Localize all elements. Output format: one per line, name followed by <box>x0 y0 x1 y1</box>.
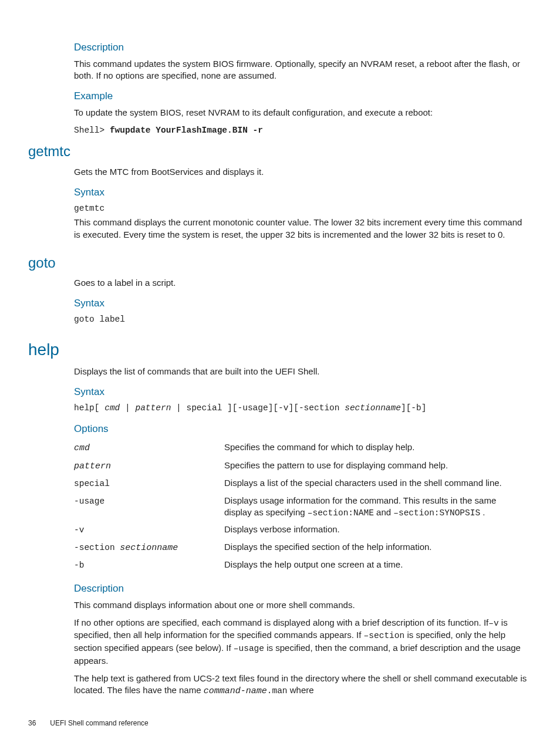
help-desc-p2: If no other options are specified, each … <box>74 617 527 667</box>
help-lead: Displays the list of commands that are b… <box>74 366 527 377</box>
table-row: cmd Specifies the command for which to d… <box>74 439 527 457</box>
opt-val: Displays verbose information. <box>224 521 527 539</box>
help-desc-p3: The help text is gathered from UCS-2 tex… <box>74 673 527 698</box>
help-syntax-body: help[ cmd | pattern | special ][-usage][… <box>74 403 527 414</box>
opt-val: Displays a list of the special character… <box>224 475 527 492</box>
heading-example: Example <box>28 90 532 103</box>
opt-key: -section <box>74 543 120 552</box>
opt-key: pattern <box>74 461 111 471</box>
help-syntax: help[ cmd | pattern | special ][-usage][… <box>74 403 527 414</box>
heading-goto: goto <box>28 254 532 272</box>
fwupdate-example-body: To update the system BIOS, reset NVRAM t… <box>74 107 527 136</box>
getmtc-syntax-body: getmtc This command displays the current… <box>74 203 527 241</box>
opt-key: -v <box>74 525 84 535</box>
opt-key: -usage <box>74 497 104 506</box>
help-options-body: cmd Specifies the command for which to d… <box>74 439 527 573</box>
opt-key: -b <box>74 561 84 570</box>
shell-cmd: fwupdate YourFlashImage.BIN -r <box>110 126 263 135</box>
help-description-body: This command displays information about … <box>74 599 527 698</box>
heading-syntax-help: Syntax <box>28 386 532 399</box>
opt-key: special <box>74 479 110 488</box>
heading-description: Description <box>28 41 532 55</box>
goto-lead: Goes to a label in a script. <box>74 277 527 289</box>
opt-val: Specifies the command for which to displ… <box>224 439 527 457</box>
fwupdate-description-body: This command updates the system BIOS fir… <box>74 58 527 82</box>
table-row: -b Displays the help output one screen a… <box>74 556 527 574</box>
help-body: Displays the list of commands that are b… <box>74 366 527 377</box>
opt-val: Displays usage information for the comma… <box>224 492 527 522</box>
page-number: 36 <box>28 718 48 728</box>
getmtc-body: Gets the MTC from BootServices and displ… <box>74 166 527 178</box>
help-desc-p1: This command displays information about … <box>74 599 527 611</box>
fwupdate-description-text: This command updates the system BIOS fir… <box>74 58 527 82</box>
table-row: special Displays a list of the special c… <box>74 475 527 492</box>
table-row: -usage Displays usage information for th… <box>74 492 527 522</box>
table-row: -v Displays verbose information. <box>74 521 527 539</box>
goto-syntax: goto label <box>74 314 527 326</box>
goto-syntax-body: goto label <box>74 314 527 326</box>
getmtc-syntax: getmtc <box>74 203 527 215</box>
getmtc-lead: Gets the MTC from BootServices and displ… <box>74 166 527 178</box>
heading-getmtc: getmtc <box>28 142 532 161</box>
heading-syntax-getmtc: Syntax <box>28 186 532 200</box>
opt-val: Specifies the pattern to use for display… <box>224 457 527 475</box>
shell-command-line: Shell> fwupdate YourFlashImage.BIN -r <box>74 125 527 137</box>
heading-options: Options <box>28 423 532 436</box>
options-table: cmd Specifies the command for which to d… <box>74 439 527 573</box>
getmtc-text: This command displays the current monoto… <box>74 217 527 241</box>
table-row: pattern Specifies the pattern to use for… <box>74 457 527 475</box>
goto-body: Goes to a label in a script. <box>74 277 527 289</box>
shell-prompt: Shell> <box>74 126 110 135</box>
opt-key: cmd <box>74 443 90 453</box>
footer-title: UEFI Shell command reference <box>50 719 148 727</box>
heading-syntax-goto: Syntax <box>28 297 532 310</box>
opt-val: Displays the help output one screen at a… <box>224 556 527 574</box>
page-footer: 36 UEFI Shell command reference <box>28 718 532 728</box>
heading-description-help: Description <box>28 582 532 596</box>
fwupdate-example-text: To update the system BIOS, reset NVRAM t… <box>74 107 527 119</box>
heading-help: help <box>28 339 532 361</box>
table-row: -section sectionname Displays the specif… <box>74 539 527 556</box>
opt-val: Displays the specified section of the he… <box>224 539 527 556</box>
